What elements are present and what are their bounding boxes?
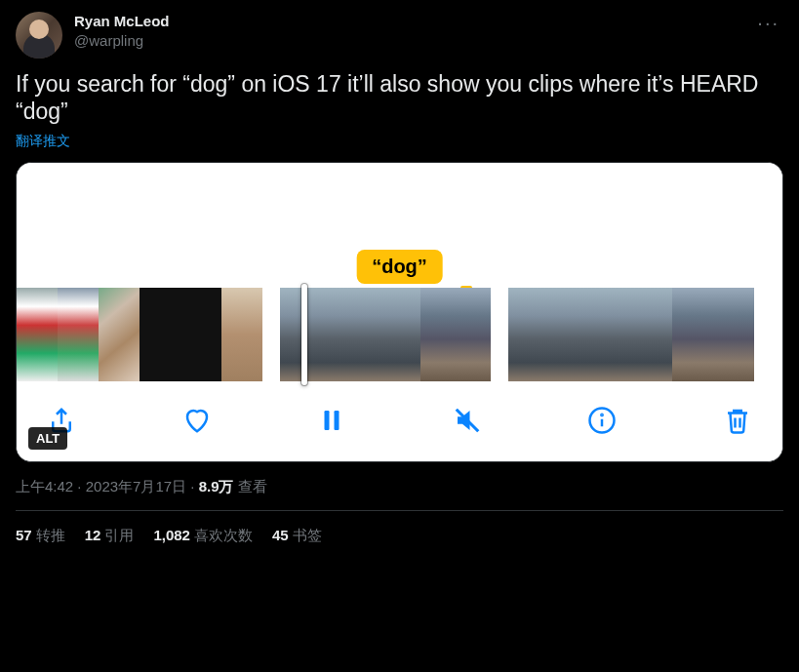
pause-icon[interactable] bbox=[316, 405, 347, 436]
tweet-stats: 57转推 12引用 1,082喜欢次数 45书签 bbox=[16, 511, 783, 561]
clip-thumbnail[interactable] bbox=[590, 288, 631, 381]
clip-timeline[interactable] bbox=[17, 288, 782, 381]
svg-point-5 bbox=[602, 415, 603, 415]
stat-retweets[interactable]: 57转推 bbox=[16, 527, 65, 545]
display-name: Ryan McLeod bbox=[74, 12, 741, 31]
author-block[interactable]: Ryan McLeod @warpling bbox=[74, 12, 741, 51]
clip-thumbnail[interactable] bbox=[713, 288, 754, 381]
svg-rect-0 bbox=[325, 411, 330, 430]
clip-thumbnail[interactable] bbox=[17, 288, 58, 381]
tweet-container: Ryan McLeod @warpling ··· If you search … bbox=[0, 0, 799, 573]
media-toolbar bbox=[17, 381, 782, 461]
clip-thumbnail[interactable] bbox=[99, 288, 140, 381]
playhead[interactable] bbox=[301, 284, 307, 385]
clip-thumbnail[interactable] bbox=[280, 288, 350, 381]
media-card[interactable]: “dog” bbox=[16, 162, 783, 462]
clip-thumbnail[interactable] bbox=[350, 288, 420, 381]
more-options-icon[interactable]: ··· bbox=[753, 12, 783, 34]
clip-thumbnail[interactable] bbox=[672, 288, 713, 381]
clip-thumbnail[interactable] bbox=[58, 288, 99, 381]
translate-link[interactable]: 翻译推文 bbox=[16, 133, 783, 150]
clip-group-active bbox=[280, 288, 491, 381]
clip-thumbnail[interactable] bbox=[140, 288, 180, 381]
clip-group bbox=[17, 288, 262, 381]
clip-thumbnail[interactable] bbox=[631, 288, 672, 381]
svg-rect-1 bbox=[335, 411, 340, 430]
avatar[interactable] bbox=[16, 12, 62, 59]
clip-thumbnail[interactable] bbox=[180, 288, 221, 381]
stat-likes[interactable]: 1,082喜欢次数 bbox=[153, 527, 253, 545]
alt-badge[interactable]: ALT bbox=[28, 427, 67, 450]
handle: @warpling bbox=[74, 31, 741, 51]
clip-thumbnail[interactable] bbox=[508, 288, 549, 381]
tweet-date[interactable]: 2023年7月17日 bbox=[86, 478, 186, 494]
heart-icon[interactable] bbox=[181, 405, 213, 436]
views-count: 8.9万 bbox=[199, 478, 234, 494]
stat-quotes[interactable]: 12引用 bbox=[85, 527, 135, 545]
clip-group bbox=[508, 288, 782, 381]
mute-icon[interactable] bbox=[452, 405, 483, 436]
trash-icon[interactable] bbox=[722, 405, 753, 436]
views-label: 查看 bbox=[234, 478, 267, 494]
search-term-tag: “dog” bbox=[356, 250, 443, 284]
tweet-header: Ryan McLeod @warpling ··· bbox=[16, 12, 783, 59]
tweet-meta: 上午4:42 · 2023年7月17日 · 8.9万 查看 bbox=[16, 478, 783, 511]
clip-thumbnail[interactable] bbox=[420, 288, 491, 381]
clip-thumbnail[interactable] bbox=[549, 288, 590, 381]
info-icon[interactable] bbox=[586, 405, 618, 436]
media-top-area: “dog” bbox=[17, 163, 782, 288]
stat-bookmarks[interactable]: 45书签 bbox=[272, 527, 322, 545]
tweet-time[interactable]: 上午4:42 bbox=[16, 478, 73, 494]
clip-thumbnail[interactable] bbox=[221, 288, 262, 381]
tweet-text: If you search for “dog” on iOS 17 it’ll … bbox=[16, 70, 783, 125]
